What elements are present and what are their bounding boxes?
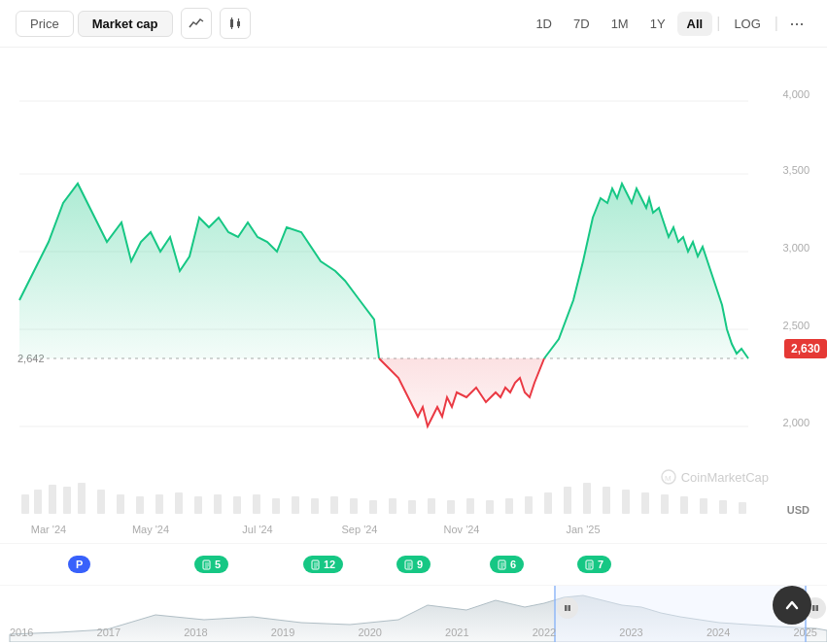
svg-rect-75 [586,560,593,569]
right-controls: 1D 7D 1M 1Y All | LOG | ··· [526,9,811,38]
svg-rect-85 [816,605,819,611]
svg-rect-29 [292,496,299,514]
svg-rect-59 [203,560,210,569]
event-6-count: 6 [510,559,516,570]
svg-rect-0 [230,19,233,27]
mini-x-2020: 2020 [358,627,381,638]
svg-rect-50 [700,498,707,514]
event-badge-7[interactable]: 7 [577,556,611,573]
svg-rect-25 [214,494,222,514]
mini-x-2025: 2025 [793,627,816,638]
separator-2: | [773,15,780,32]
top-bar: Price Market cap 1D 7D 1M 1Y All | LOG |… [0,0,827,48]
svg-rect-20 [117,494,124,514]
svg-rect-17 [63,487,71,514]
svg-rect-35 [408,500,416,514]
candle-chart-icon [227,17,243,30]
mini-chart: 2016 2017 2018 2019 2020 2021 2022 2023 … [0,586,827,642]
event-badge-p[interactable]: P [68,556,90,573]
event-badge-12[interactable]: 12 [303,556,343,573]
doc-icon-6 [498,559,507,570]
left-controls: Price Market cap [16,8,251,39]
event-badge-9[interactable]: 9 [396,556,431,573]
time-1d[interactable]: 1D [526,12,562,36]
separator-1: | [714,15,722,32]
svg-rect-32 [350,498,358,514]
svg-rect-46 [622,490,630,514]
svg-rect-30 [311,498,319,514]
mini-x-bar: 2016 2017 2018 2019 2020 2021 2022 2023 … [0,623,827,642]
svg-rect-43 [564,487,571,514]
svg-text:Nov '24: Nov '24 [444,524,480,535]
svg-text:Sep '24: Sep '24 [342,524,378,535]
mini-x-2022: 2022 [533,627,556,638]
mini-x-2023: 2023 [619,627,642,638]
line-chart-btn[interactable] [181,8,212,39]
doc-icon-5 [202,559,212,570]
chart-area: 4,000 3,500 3,000 2,500 2,000 USD 2,642 … [0,48,827,543]
mini-x-2018: 2018 [184,627,207,638]
svg-rect-44 [583,483,591,514]
svg-rect-40 [505,498,513,514]
event-12-count: 12 [324,559,335,570]
time-1m[interactable]: 1M [602,12,638,36]
svg-rect-67 [405,560,412,569]
svg-rect-14 [21,494,29,514]
svg-rect-26 [233,496,241,514]
svg-rect-28 [272,498,280,514]
time-1y[interactable]: 1Y [640,12,675,36]
pause-icon-left [563,603,572,613]
event-badge-5[interactable]: 5 [194,556,228,573]
mini-x-2019: 2019 [271,627,294,638]
doc-icon-12 [311,559,321,570]
events-bar: P 5 12 9 [0,543,827,586]
event-p-icon: P [76,559,83,570]
svg-text:May '24: May '24 [132,524,169,535]
marketcap-tab[interactable]: Market cap [78,11,173,37]
svg-text:Jan '25: Jan '25 [566,524,600,535]
svg-rect-41 [525,496,533,514]
time-log[interactable]: LOG [724,12,770,36]
mini-x-2021: 2021 [445,627,468,638]
main-chart-svg: Mar '24 May '24 Jul '24 Sep '24 Nov '24 … [0,48,827,543]
svg-rect-52 [739,502,746,514]
scroll-up-btn[interactable] [773,586,811,625]
svg-rect-71 [499,560,505,569]
price-tab[interactable]: Price [16,11,74,37]
event-7-count: 7 [598,559,603,570]
svg-rect-3 [237,21,240,26]
svg-rect-37 [447,500,455,514]
left-pause-btn[interactable] [557,597,578,619]
svg-rect-47 [641,492,649,514]
svg-rect-24 [194,496,202,514]
event-badge-6[interactable]: 6 [490,556,524,573]
svg-text:Mar '24: Mar '24 [31,524,66,535]
svg-rect-27 [253,494,260,514]
mini-x-2016: 2016 [10,627,33,638]
candle-chart-btn[interactable] [220,8,251,39]
doc-icon-9 [404,559,414,570]
pause-icon-right [810,603,820,613]
svg-rect-38 [466,498,474,514]
svg-rect-33 [369,500,377,514]
svg-rect-49 [680,496,688,514]
event-5-count: 5 [215,559,221,570]
doc-icon-7 [585,559,595,570]
svg-rect-16 [49,485,56,514]
svg-rect-45 [603,487,610,514]
more-btn[interactable]: ··· [782,9,811,38]
time-7d[interactable]: 7D [564,12,600,36]
time-all[interactable]: All [677,12,713,36]
svg-rect-84 [812,605,815,611]
svg-rect-31 [330,496,338,514]
event-9-count: 9 [417,559,423,570]
mini-x-2024: 2024 [706,627,730,638]
line-chart-icon [189,17,204,30]
svg-rect-48 [661,494,669,514]
svg-rect-36 [428,498,435,514]
svg-rect-18 [78,483,86,514]
svg-rect-39 [486,500,494,514]
svg-rect-23 [175,492,183,514]
svg-text:Jul '24: Jul '24 [242,524,272,535]
svg-rect-42 [544,492,552,514]
